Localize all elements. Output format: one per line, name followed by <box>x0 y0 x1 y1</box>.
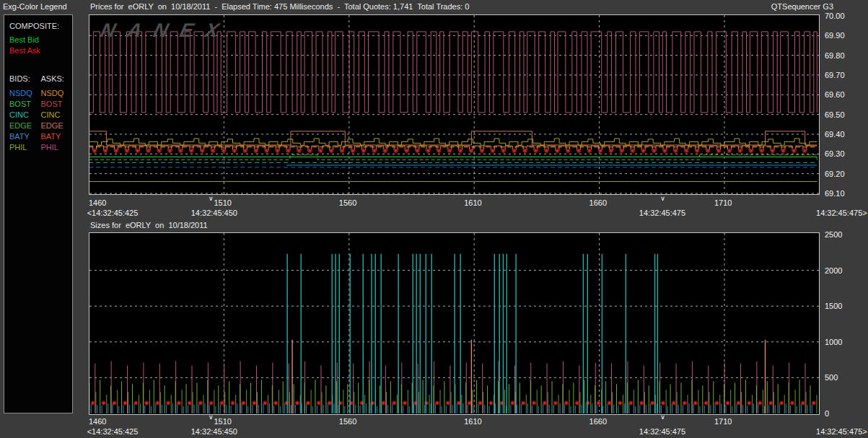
price-y-label: 70.00 <box>825 12 845 20</box>
legend-ask-phil: PHIL <box>41 142 73 153</box>
x-time-label: 14:32:45:475 <box>634 209 691 217</box>
price-y-label: 69.90 <box>825 31 845 40</box>
price-y-label: 69.40 <box>825 130 845 139</box>
price-x-axis-times: <14:32:45:42514:32:45:45014:32:45:47514:… <box>0 209 868 218</box>
size-chart-canvas <box>89 233 819 414</box>
legend-ask-baty: BATY <box>41 131 73 142</box>
x-tick-label: 1710 <box>714 417 732 426</box>
x-tick-label: 1610 <box>464 198 481 207</box>
x-time-label: 14:32:45:450 <box>185 427 243 436</box>
best-bid-label: Best Bid <box>9 35 72 45</box>
time-marker-caret: ∨ <box>209 195 214 202</box>
legend-ask-bost: BOST <box>41 99 73 110</box>
x-tick-label: 1460 <box>89 417 106 426</box>
x-time-label: <14:32:45:425 <box>87 427 139 436</box>
legend-bid-phil: PHIL <box>9 142 41 153</box>
y-axis-labels: 70.0069.9069.8069.7069.6069.5069.4069.30… <box>825 0 867 438</box>
app-window: Exg-Color Legend Prices for eORLY on 10/… <box>0 0 868 438</box>
price-chart-title: Prices for eORLY on 10/18/2011 - Elapsed… <box>90 2 469 11</box>
price-chart-canvas <box>89 15 819 194</box>
x-tick-label: 1510 <box>214 417 231 426</box>
size-x-axis-times: <14:32:45:42514:32:45:45014:32:45:47514:… <box>0 427 868 437</box>
size-y-label: 0 <box>825 409 829 418</box>
time-marker-caret: ∨ <box>660 413 665 421</box>
size-y-label: 2500 <box>825 230 842 239</box>
x-time-label: 14:32:45:450 <box>185 209 243 217</box>
size-y-label: 1000 <box>825 338 842 346</box>
legend-ask-nsdq: NSDQ <box>41 88 73 99</box>
legend-bid-bost: BOST <box>9 99 41 110</box>
x-time-label: 14:32:45:475 <box>634 427 691 436</box>
size-y-label: 2000 <box>825 266 842 275</box>
x-tick-label: 1460 <box>89 198 106 207</box>
price-y-label: 69.70 <box>825 71 845 79</box>
legend-panel-title: Exg-Color Legend <box>3 2 67 11</box>
legend-ask-cinc: CINC <box>41 110 73 121</box>
size-y-label: 1500 <box>825 302 842 310</box>
price-y-label: 69.50 <box>825 110 845 119</box>
time-marker-caret: ∨ <box>660 195 665 202</box>
best-ask-label: Best Ask <box>9 45 72 56</box>
price-y-label: 69.20 <box>825 170 845 178</box>
x-tick-label: 1610 <box>464 417 481 426</box>
price-y-label: 69.10 <box>825 189 845 198</box>
size-chart-plot[interactable] <box>89 232 820 415</box>
composite-header: COMPOSITE: <box>9 21 72 32</box>
x-tick-label: 1660 <box>589 198 607 207</box>
size-y-label: 500 <box>825 373 838 382</box>
price-x-axis-ticks: 146015101560161016601710∨∨ <box>0 198 868 208</box>
price-y-label: 69.30 <box>825 149 845 158</box>
x-tick-label: 1510 <box>214 198 231 207</box>
x-tick-label: 1560 <box>339 198 356 207</box>
size-chart-title: Sizes for eORLY on 10/18/2011 <box>90 221 208 229</box>
x-time-label: <14:32:45:425 <box>87 209 139 217</box>
legend-bid-nsdq: NSDQ <box>9 88 41 99</box>
x-tick-label: 1710 <box>714 198 732 207</box>
x-tick-label: 1560 <box>339 417 356 426</box>
asks-header: ASKS: <box>41 74 73 84</box>
titlebar: Exg-Color Legend Prices for eORLY on 10/… <box>0 0 868 13</box>
price-chart-plot[interactable]: NANEX <box>89 14 820 195</box>
legend-bid-edge: EDGE <box>9 121 41 131</box>
legend-bid-baty: BATY <box>9 131 41 142</box>
legend-bid-cinc: CINC <box>9 110 41 121</box>
time-marker-caret: ∨ <box>209 413 214 421</box>
size-x-axis-ticks: 146015101560161016601710∨∨ <box>0 417 868 426</box>
x-tick-label: 1660 <box>589 417 607 426</box>
bids-header: BIDS: <box>9 74 41 84</box>
legend-ask-edge: EDGE <box>41 121 73 131</box>
price-y-label: 69.80 <box>825 51 845 60</box>
price-y-label: 69.60 <box>825 90 845 99</box>
